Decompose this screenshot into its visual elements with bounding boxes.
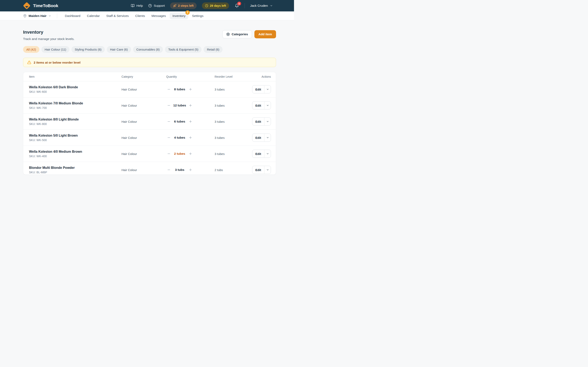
categories-button[interactable]: Categories — [222, 30, 252, 38]
edit-button[interactable]: Edit — [252, 85, 264, 93]
warning-text: 2 items at or below reorder level — [34, 61, 80, 64]
plus-icon — [189, 87, 192, 91]
help-circle-icon — [148, 4, 152, 8]
filter-chip[interactable]: Consumables (8) — [133, 46, 163, 53]
edit-button[interactable]: Edit — [252, 118, 264, 125]
edit-button[interactable]: Edit — [252, 134, 264, 142]
chevron-down-icon — [48, 15, 51, 17]
item-name: Wella Koleston 7/0 Medium Blonde — [29, 101, 121, 105]
decrease-quantity-button[interactable] — [166, 151, 172, 156]
quantity-stepper: 2 tubes — [166, 151, 215, 156]
edit-button[interactable]: Edit — [252, 150, 264, 158]
decrease-quantity-button[interactable] — [166, 119, 172, 124]
item-category: Hair Colour — [121, 136, 166, 140]
page-actions: Categories Add item — [222, 30, 276, 41]
nav-item[interactable]: Inventory 2 — [170, 12, 189, 19]
rocket-icon — [173, 4, 176, 7]
increase-quantity-button[interactable] — [188, 103, 193, 108]
support-link[interactable]: Support — [148, 4, 165, 8]
nav-item-label: Messages — [151, 14, 166, 17]
decrease-quantity-button[interactable] — [166, 87, 172, 92]
help-link[interactable]: Help — [131, 4, 143, 8]
days-badge-label: 29 days left — [210, 4, 226, 7]
help-label: Help — [136, 4, 143, 8]
edit-dropdown-button[interactable] — [264, 118, 271, 125]
nav-item[interactable]: Messages — [149, 12, 169, 19]
page-header: Inventory Track and manage your stock le… — [23, 30, 276, 41]
column-header-quantity: Quantity — [166, 75, 215, 78]
filter-chip[interactable]: All (42) — [23, 46, 39, 53]
increase-quantity-button[interactable] — [188, 135, 193, 140]
user-menu[interactable]: Jack Cruden — [250, 4, 273, 8]
edit-dropdown-button[interactable] — [264, 150, 271, 158]
quantity-value: 6 tubes — [172, 120, 188, 123]
item-cell: Wella Koleston 6/0 Dark Blonde SKU: WK-6… — [29, 85, 121, 93]
increase-quantity-button[interactable] — [188, 119, 193, 124]
item-name: Wella Koleston 5/0 Light Brown — [29, 134, 121, 137]
minus-icon — [167, 87, 171, 91]
quantity-value: 3 tubs — [172, 168, 188, 172]
nav-item[interactable]: Clients — [132, 12, 148, 19]
actions-cell: Edit — [245, 101, 271, 109]
page-subtitle: Track and manage your stock levels. — [23, 37, 75, 41]
nav-item-label: Settings — [192, 14, 203, 17]
edit-button[interactable]: Edit — [252, 166, 264, 174]
item-sku: SKU: WK-700 — [29, 106, 121, 109]
table-row: Blondor Multi Blonde Powder SKU: BL-MBP … — [23, 162, 276, 175]
edit-split-button: Edit — [252, 133, 271, 142]
column-header-category: Category — [121, 75, 166, 78]
nav-item[interactable]: Calendar — [84, 12, 103, 19]
trial-days-badge[interactable]: 29 days left — [202, 2, 229, 9]
filter-chip[interactable]: Retail (6) — [204, 46, 223, 53]
location-switcher[interactable]: Maiden Hair — [23, 14, 51, 18]
page-title: Inventory — [23, 30, 75, 35]
main-nav: Maiden Hair Dashboard Calendar Staff & S… — [0, 11, 294, 20]
filter-chip[interactable]: Hair Care (6) — [107, 46, 131, 53]
table-row: Wella Koleston 4/0 Medium Brown SKU: WK-… — [23, 146, 276, 162]
logo-notch — [25, 6, 28, 8]
increase-quantity-button[interactable] — [188, 167, 193, 173]
chevron-down-icon — [266, 136, 269, 139]
increase-quantity-button[interactable] — [188, 87, 193, 92]
actions-cell: Edit — [245, 117, 271, 125]
item-name: Blondor Multi Blonde Powder — [29, 166, 121, 170]
edit-split-button: Edit — [252, 85, 271, 93]
decrease-quantity-button[interactable] — [166, 167, 172, 173]
edit-dropdown-button[interactable] — [264, 101, 271, 109]
edit-split-button: Edit — [252, 101, 271, 109]
reorder-level: 3 tubes — [215, 152, 245, 156]
minus-icon — [167, 104, 171, 107]
edit-button[interactable]: Edit — [252, 101, 264, 109]
add-item-button[interactable]: Add item — [254, 30, 276, 38]
nav-item-label: Inventory — [173, 14, 186, 17]
plus-icon — [189, 168, 192, 172]
plus-icon — [189, 152, 192, 156]
item-sku: SKU: WK-400 — [29, 155, 121, 158]
nav-item[interactable]: Staff & Services — [104, 12, 132, 19]
item-sku: SKU: WK-600 — [29, 90, 121, 93]
actions-cell: Edit — [245, 166, 271, 174]
item-name: Wella Koleston 8/0 Light Blonde — [29, 118, 121, 121]
setup-steps-badge[interactable]: 2 steps left — [170, 2, 197, 9]
quantity-value: 8 tubes — [172, 87, 188, 91]
actions-cell: Edit — [245, 85, 271, 93]
edit-dropdown-button[interactable] — [264, 134, 271, 142]
notifications-button[interactable]: 5 — [234, 3, 239, 8]
filter-chip[interactable]: Styling Products (6) — [71, 46, 105, 53]
nav-item[interactable]: Settings — [189, 12, 206, 19]
edit-dropdown-button[interactable] — [264, 85, 271, 93]
decrease-quantity-button[interactable] — [166, 135, 172, 140]
item-category: Hair Colour — [121, 120, 166, 123]
nav-item[interactable]: Dashboard — [62, 12, 83, 19]
decrease-quantity-button[interactable] — [166, 103, 172, 108]
item-cell: Wella Koleston 5/0 Light Brown SKU: WK-5… — [29, 134, 121, 142]
top-app-bar: TimeToBook Help Support 2 steps left 29 … — [0, 0, 294, 11]
item-category: Hair Colour — [121, 152, 166, 156]
filter-chip[interactable]: Hair Colour (11) — [42, 46, 70, 53]
quantity-stepper: 8 tubes — [166, 87, 215, 92]
brand-logo[interactable]: TimeToBook — [23, 2, 58, 9]
filter-chip[interactable]: Tools & Equipment (5) — [165, 46, 202, 53]
page-heading-block: Inventory Track and manage your stock le… — [23, 30, 75, 41]
edit-dropdown-button[interactable] — [264, 166, 271, 174]
increase-quantity-button[interactable] — [188, 151, 193, 156]
